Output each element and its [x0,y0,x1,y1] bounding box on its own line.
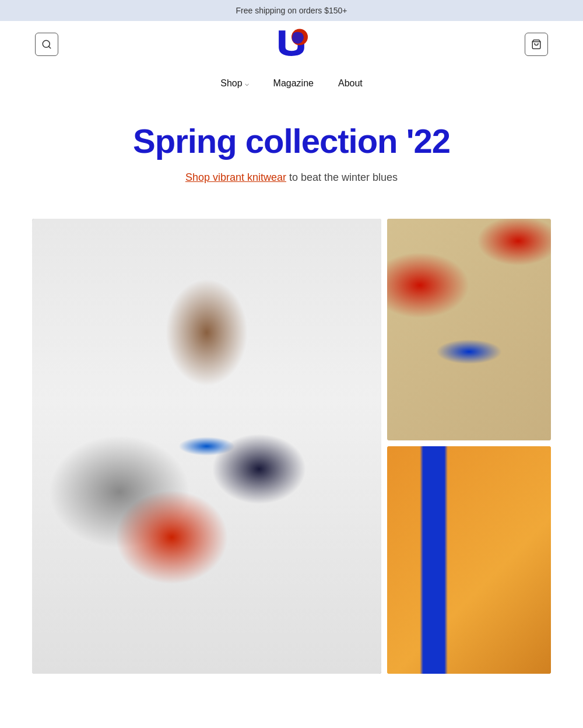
hero-title: Spring collection '22 [12,123,571,160]
knitwear-detail-image [387,219,551,440]
main-nav: Shop ⌵ Magazine About [0,68,583,105]
hero-section: Spring collection '22 Shop vibrant knitw… [0,105,583,213]
image-grid [0,213,583,680]
announcement-bar: Free shipping on orders $150+ [0,0,583,21]
main-image [32,219,381,674]
logo-container[interactable] [271,23,312,66]
cart-icon [531,39,542,50]
top-right-image [387,219,551,440]
announcement-text: Free shipping on orders $150+ [236,6,347,15]
nav-about[interactable]: About [329,74,372,93]
search-button[interactable] [35,33,58,56]
brand-logo [271,23,312,64]
header-right [525,33,548,56]
nav-shop[interactable]: Shop ⌵ [211,74,258,93]
shop-knitwear-link[interactable]: Shop vibrant knitwear [185,172,286,183]
search-icon [41,39,52,50]
cart-button[interactable] [525,33,548,56]
svg-line-1 [48,46,50,48]
cardigan-image [387,446,551,674]
nav-magazine-label: Magazine [273,78,314,89]
header [0,21,583,68]
chevron-down-icon: ⌵ [245,79,249,88]
header-left [35,33,58,56]
bottom-right-image [387,446,551,674]
person-image [32,219,381,674]
nav-magazine[interactable]: Magazine [264,74,323,93]
nav-shop-label: Shop [220,78,242,89]
nav-about-label: About [338,78,363,89]
hero-subtitle-rest: to beat the winter blues [286,172,398,183]
hero-subtitle: Shop vibrant knitwear to beat the winter… [12,172,571,184]
